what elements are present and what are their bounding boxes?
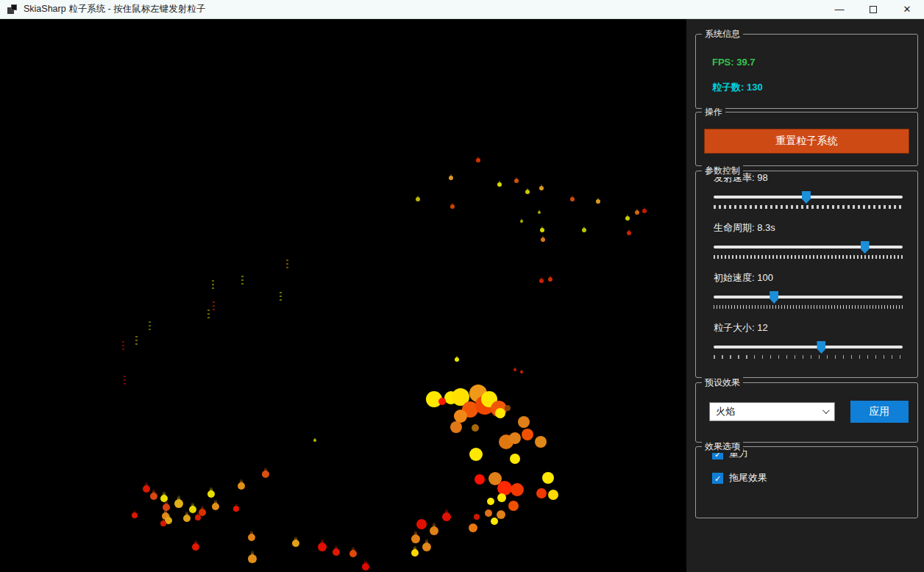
parameters-title: 参数控制 [702, 165, 743, 177]
chevron-down-icon [822, 407, 830, 414]
initial-speed-slider[interactable] [714, 290, 903, 304]
slider-thumb[interactable] [770, 291, 778, 304]
particle [476, 156, 480, 162]
effect-options-group: 效果选项 ✓ 重力 ✓ 拖尾效果 [695, 446, 918, 518]
particle [518, 416, 530, 428]
particle [520, 369, 523, 373]
particle-size-slider-block: 粒子大小: 12 [714, 321, 903, 359]
control-sidebar: 系统信息 FPS: 39.7 粒子数: 130 操作 重置粒子系统 参数控制 发… [686, 19, 924, 572]
particle [430, 522, 438, 535]
preset-row: 火焰 应用 [709, 401, 909, 423]
particle [511, 483, 524, 496]
presets-title: 预设效果 [702, 376, 743, 389]
particle [570, 195, 575, 201]
particle [474, 514, 480, 520]
particle [438, 398, 446, 405]
window-title: SkiaSharp 粒子系统 - 按住鼠标左键发射粒子 [24, 3, 205, 15]
particle [627, 229, 631, 235]
particle [280, 292, 282, 302]
initial-speed-slider-block: 初始速度: 100 [714, 271, 903, 309]
particle [596, 197, 600, 204]
particle [540, 226, 544, 232]
particle-size-label: 粒子大小: 12 [714, 321, 903, 335]
particle [508, 501, 519, 511]
particle [514, 176, 519, 183]
particle [469, 523, 477, 532]
fps-value: 39.7 [736, 57, 755, 68]
particle [122, 341, 124, 351]
lifetime-slider[interactable] [714, 240, 903, 254]
particle [318, 538, 327, 551]
slider-ticks [714, 255, 903, 259]
particle [450, 202, 455, 209]
slider-track [714, 346, 903, 348]
close-button[interactable]: ✕ [890, 0, 924, 19]
maximize-icon [870, 6, 877, 13]
effect-options-title: 效果选项 [702, 440, 743, 453]
parameters-group: 参数控制 发射速率: 98 生命周期: 8.3s [695, 171, 918, 378]
emission-rate-slider[interactable] [714, 190, 903, 204]
reset-particles-button[interactable]: 重置粒子系统 [704, 129, 909, 154]
particle [536, 488, 547, 498]
particle [124, 376, 126, 386]
particle [411, 546, 419, 557]
particle-count-readout: 粒子数: 130 [712, 81, 917, 94]
particle [642, 207, 647, 213]
particle [450, 421, 462, 433]
actions-group: 操作 重置粒子系统 [695, 112, 918, 166]
particle [625, 214, 630, 221]
particle [241, 276, 244, 286]
particle [487, 498, 494, 505]
particle [262, 467, 269, 478]
close-icon: ✕ [903, 4, 911, 15]
particle [510, 454, 520, 464]
slider-thumb[interactable] [817, 341, 825, 354]
preset-selected-value: 火焰 [716, 405, 735, 418]
slider-ticks [714, 205, 903, 209]
particle [449, 174, 453, 180]
app-icon [7, 4, 18, 15]
particle [143, 482, 150, 493]
particle [213, 301, 215, 312]
particle-size-slider[interactable] [714, 340, 903, 354]
particle [362, 560, 369, 571]
lifetime-slider-block: 生命周期: 8.3s [714, 221, 903, 259]
particle [212, 280, 214, 290]
trail-option-row: ✓ 拖尾效果 [712, 471, 917, 485]
particle [542, 472, 554, 484]
particle [495, 408, 505, 418]
particle [349, 546, 357, 557]
particle [422, 538, 431, 551]
particle [160, 518, 166, 526]
slider-track [714, 296, 903, 298]
maximize-button[interactable] [856, 0, 890, 19]
presets-group: 预设效果 火焰 应用 [695, 382, 918, 443]
fps-readout: FPS: 39.7 [712, 57, 917, 68]
slider-ticks [714, 355, 903, 359]
particle [207, 487, 215, 498]
particle [539, 276, 544, 283]
minimize-button[interactable]: — [822, 0, 856, 19]
particle [475, 474, 485, 485]
particle [313, 437, 316, 442]
lifetime-label: 生命周期: 8.3s [714, 221, 903, 235]
apply-button[interactable]: 应用 [850, 401, 909, 423]
particle [233, 503, 239, 512]
particle [183, 511, 191, 522]
slider-thumb[interactable] [861, 241, 870, 254]
slider-ticks [714, 305, 903, 309]
particle [539, 184, 544, 190]
system-info-title: 系统信息 [702, 28, 743, 40]
particle-canvas[interactable] [0, 19, 686, 572]
slider-thumb[interactable] [802, 191, 811, 204]
particle [416, 519, 427, 529]
actions-title: 操作 [702, 106, 725, 118]
particle [442, 508, 451, 521]
trail-checkbox[interactable]: ✓ [712, 473, 723, 484]
particle [212, 499, 219, 510]
preset-dropdown[interactable]: 火焰 [709, 402, 835, 421]
particle [522, 429, 533, 440]
particle [455, 355, 459, 362]
particle [416, 195, 420, 201]
particle [485, 510, 492, 517]
